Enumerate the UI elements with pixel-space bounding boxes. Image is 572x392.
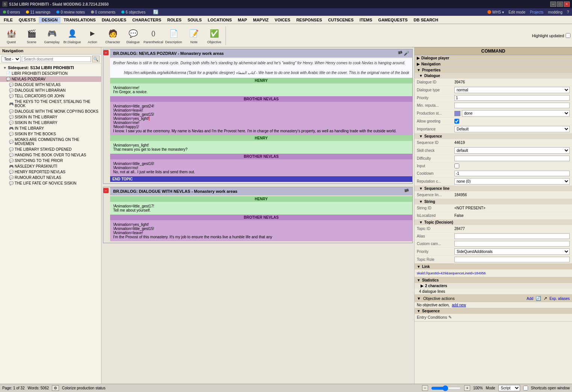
tree-item-tell-circators[interactable]: 💬 TELL CIRCATORS OR JOHN	[0, 93, 101, 99]
sequence-line-subsection-header[interactable]: ▼ Sequence line	[415, 186, 572, 191]
topic-role-input[interactable]	[454, 257, 570, 262]
zoom-slider[interactable]	[431, 386, 461, 391]
tree-item-monk-copying[interactable]: 💬 DIALOGUE WITH THE MONK COPYING BOOKS	[0, 109, 101, 114]
tool-br-dialogue[interactable]: 👤 Br.Dialogue	[62, 25, 82, 46]
tree-item-keys[interactable]: 🎮 THE KEYS TO THE CHEST, STEALING THE BO…	[0, 99, 101, 109]
sequence-subsection-header[interactable]: ▼ Sequence	[415, 133, 572, 139]
tree-item-dialogue-librarian[interactable]: 💬 DIALOGUE WITH LIBRARIAN	[0, 88, 101, 93]
priority-input[interactable]	[454, 95, 570, 101]
menu-gamequests[interactable]: GAMEQUESTS	[375, 17, 410, 23]
refresh-button[interactable]: 🔄	[153, 9, 159, 15]
link-value[interactable]: skald://questId=429&sequenceLineId=18495…	[417, 271, 486, 275]
add-objective-button[interactable]: Add	[527, 297, 533, 301]
block1-collapse-button[interactable]: −	[103, 50, 109, 55]
tool-action[interactable]: ▶ Action	[83, 25, 102, 46]
tool-gameplay[interactable]: 🎮 Gameplay	[42, 25, 62, 46]
menu-design[interactable]: DESIGN	[39, 17, 61, 23]
tree-item-sidequest[interactable]: ▼ Sidequest: S13d LIBRI PROHIBITI	[0, 65, 101, 71]
topic-subsection-header[interactable]: ▼ Topic (Decision)	[415, 219, 572, 225]
chars-expand-icon[interactable]: ▶	[421, 284, 424, 288]
settings-button[interactable]: ⚙	[52, 385, 59, 391]
tree-item-dialogue-nevlas[interactable]: 💬 DIALOGUE WITH NEVLAS	[0, 82, 101, 88]
mode-select[interactable]: Script Design	[498, 385, 520, 391]
tool-objective[interactable]: ✅ Objective	[204, 25, 224, 46]
dialogue-player-header[interactable]: ▶ Dialogue player	[415, 55, 572, 61]
errors-indicator[interactable]: 0 errors	[3, 10, 20, 14]
priority-sq-select[interactable]: SideQuestAdditionals Main Secondary	[454, 248, 570, 255]
exp-aliases-button[interactable]: Exp. aliases	[549, 297, 570, 301]
obj-expand-icon[interactable]: ▼	[417, 296, 421, 301]
search-button[interactable]: 🔍	[92, 56, 100, 62]
importance-select[interactable]: Default High Low	[454, 126, 570, 132]
min-reputa-input[interactable]	[454, 103, 570, 108]
dialogue-type-select[interactable]: normal cinematic	[454, 87, 570, 93]
production-st-select[interactable]: done in progress not started	[462, 110, 570, 117]
tree-item-rumour[interactable]: 💬 RUMOUR ABOUT NEVLAS	[0, 175, 101, 180]
entry-conditions-label[interactable]: Entry Conditions ✎	[417, 315, 452, 320]
projects-button[interactable]: Projects	[530, 10, 543, 14]
highlight-checkbox[interactable]	[566, 33, 570, 38]
menu-characters[interactable]: CHARACTERS	[129, 17, 164, 23]
block2-flag-icon[interactable]: 🏴	[404, 189, 409, 194]
tree-item-henry-reported[interactable]: 💬 HENRY REPORTED NEVLAS	[0, 169, 101, 175]
menu-translations[interactable]: TRANSLATIONS	[61, 17, 98, 23]
henry3-text[interactable]: !Animation=little_gest17! Tell me about …	[110, 202, 412, 215]
statistics-header[interactable]: ▼ Statistics	[415, 277, 572, 283]
tool-description[interactable]: 📄 Description	[164, 25, 183, 46]
tree-item-nevlas-pozdrav[interactable]: 💬 NEVLAS POZDRAV	[0, 76, 101, 82]
export-objective-icon[interactable]: ↗	[543, 296, 547, 301]
menu-mapviz[interactable]: MAPVIZ	[250, 17, 272, 23]
nevlas1-text[interactable]: !Animation=little_gest24! !Animation=lea…	[110, 102, 412, 135]
tree-item-siskin-books[interactable]: 💬 SISKIN BY THE BOOKS	[0, 131, 101, 137]
nevlas3-text[interactable]: !Animation=yes_light! !Animation=little_…	[110, 220, 412, 241]
tool-parenthetical[interactable]: () Parenthetical	[144, 25, 163, 46]
tree-item-handing-book[interactable]: 💬 HANDING THE BOOK OVER TO NEVLAS	[0, 152, 101, 158]
objectives-indicator[interactable]: 6 objectives	[121, 10, 145, 14]
tree-item-monks-commenting[interactable]: 💬 MONKS ARE COMMENTING ON THE MOVEMEN	[0, 137, 101, 147]
string-subsection-header[interactable]: ▼ String	[415, 199, 572, 204]
add-new-link[interactable]: add new	[452, 303, 466, 307]
menu-map[interactable]: MAP	[235, 17, 250, 23]
zoom-out-button[interactable]: −	[422, 385, 428, 391]
henry1-text[interactable]: !Animation=me! I'm Gregor, a novice.	[110, 83, 412, 96]
whs-button[interactable]: WHS ▾	[487, 10, 504, 14]
review-indicator[interactable]: 0 review notes	[56, 10, 85, 14]
menu-souls[interactable]: SOULS	[185, 17, 205, 23]
tool-dialogue[interactable]: 💬 Dialogue	[123, 25, 143, 46]
menu-items[interactable]: ITEMS	[357, 17, 375, 23]
tool-quest[interactable]: 🏰 Quest	[2, 25, 21, 46]
minimize-button[interactable]: ─	[550, 2, 556, 7]
skill-check-select[interactable]: default none	[454, 147, 570, 154]
tree-item-in-library[interactable]: 🎮 IN THE LIBRARY	[0, 126, 101, 131]
nevlas2-text[interactable]: !Animation=little_gest16! !Animation=no!…	[110, 159, 412, 176]
tool-character[interactable]: 🧑 Character	[103, 25, 123, 46]
menu-dbsearch[interactable]: DB SEARCH	[411, 17, 441, 23]
alias-input[interactable]	[454, 233, 570, 239]
close-button[interactable]: ✕	[564, 2, 570, 7]
custom-cam-input[interactable]	[454, 241, 570, 247]
tool-note[interactable]: 📝 Note	[184, 25, 204, 46]
comments-indicator[interactable]: 0 comments	[91, 10, 115, 14]
link-header[interactable]: ▼ Link	[415, 264, 572, 269]
properties-header[interactable]: ▼ Properties	[415, 67, 572, 73]
reputation-c-select[interactable]: none (0)	[454, 178, 570, 185]
tree-item-nasled[interactable]: 🎮 NÁSLEDKY PRÁSKNUTÍ	[0, 163, 101, 169]
menu-responses[interactable]: RESPONSES	[293, 17, 325, 23]
block2-collapse-button[interactable]: −	[103, 188, 109, 193]
sequence-bottom-header[interactable]: ▼ Sequence	[415, 308, 572, 314]
tree-item-description[interactable]: 📄 LIBRI PROHIBITI DESCRIPTION	[0, 71, 101, 76]
tree-item-siskin1[interactable]: 💬 SISKIN IN THE LIBRARY	[0, 114, 101, 120]
menu-dialogues[interactable]: DIALOGUES	[99, 17, 129, 23]
search-type-select[interactable]: Text - All	[2, 56, 21, 62]
input-checkbox[interactable]	[454, 163, 459, 168]
help-icon[interactable]: ?	[567, 10, 569, 14]
navigation-header[interactable]: ▶ Navigation	[415, 61, 572, 67]
menu-file[interactable]: FILE	[1, 17, 16, 23]
tree-item-library-opened[interactable]: 💬 THE LIBRARY STAYED OPENED	[0, 147, 101, 152]
zoom-in-button[interactable]: +	[464, 385, 470, 391]
menu-quests[interactable]: QUESTS	[16, 17, 39, 23]
menu-voices[interactable]: VOICES	[272, 17, 294, 23]
dialogue-subsection-header[interactable]: ▼ Dialogue	[415, 73, 572, 79]
difficulty-input[interactable]	[454, 156, 570, 161]
shortcuts-checkbox[interactable]	[523, 386, 528, 390]
